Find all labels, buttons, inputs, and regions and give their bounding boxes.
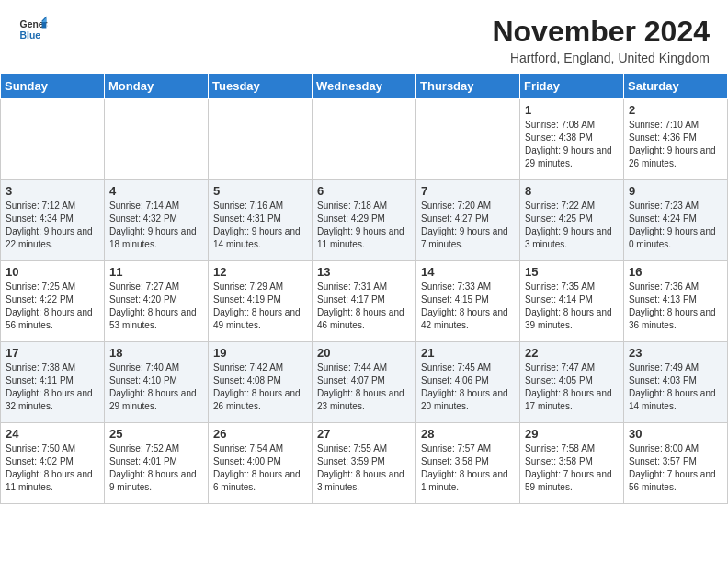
page-header: General Blue November 2024 Hartford, Eng…: [0, 0, 728, 73]
day-info: Sunrise: 7:20 AMSunset: 4:27 PMDaylight:…: [421, 200, 515, 251]
day-number: 17: [6, 346, 99, 360]
calendar-cell: 29Sunrise: 7:58 AMSunset: 3:58 PMDayligh…: [520, 423, 624, 504]
day-number: 23: [629, 346, 722, 360]
location: Hartford, England, United Kingdom: [492, 51, 710, 65]
day-number: 13: [317, 265, 411, 279]
day-number: 28: [421, 427, 515, 441]
day-info: Sunrise: 7:44 AMSunset: 4:07 PMDaylight:…: [317, 362, 411, 413]
day-info: Sunrise: 7:42 AMSunset: 4:08 PMDaylight:…: [213, 362, 307, 413]
day-number: 18: [109, 346, 203, 360]
calendar-cell: 21Sunrise: 7:45 AMSunset: 4:06 PMDayligh…: [416, 342, 520, 423]
calendar-cell: [313, 99, 416, 180]
calendar-cell: 23Sunrise: 7:49 AMSunset: 4:03 PMDayligh…: [624, 342, 728, 423]
day-number: 11: [109, 265, 203, 279]
calendar-cell: 12Sunrise: 7:29 AMSunset: 4:19 PMDayligh…: [209, 261, 313, 342]
calendar-cell: 20Sunrise: 7:44 AMSunset: 4:07 PMDayligh…: [313, 342, 416, 423]
day-info: Sunrise: 7:55 AMSunset: 3:59 PMDaylight:…: [317, 442, 411, 494]
calendar-cell: 19Sunrise: 7:42 AMSunset: 4:08 PMDayligh…: [209, 342, 313, 423]
day-info: Sunrise: 7:23 AMSunset: 4:24 PMDaylight:…: [629, 200, 722, 251]
day-number: 14: [421, 265, 515, 279]
day-info: Sunrise: 7:29 AMSunset: 4:19 PMDaylight:…: [213, 281, 307, 332]
day-info: Sunrise: 7:45 AMSunset: 4:06 PMDaylight:…: [421, 362, 515, 413]
calendar-cell: 8Sunrise: 7:22 AMSunset: 4:25 PMDaylight…: [520, 180, 624, 261]
calendar-cell: 10Sunrise: 7:25 AMSunset: 4:22 PMDayligh…: [1, 261, 105, 342]
col-friday: Friday: [520, 74, 624, 99]
calendar-cell: [416, 99, 520, 180]
day-number: 27: [317, 427, 411, 441]
day-info: Sunrise: 7:40 AMSunset: 4:10 PMDaylight:…: [109, 362, 203, 413]
day-number: 16: [629, 265, 722, 279]
calendar-cell: 26Sunrise: 7:54 AMSunset: 4:00 PMDayligh…: [209, 423, 313, 504]
col-wednesday: Wednesday: [313, 74, 416, 99]
day-info: Sunrise: 7:57 AMSunset: 3:58 PMDaylight:…: [421, 442, 515, 494]
day-number: 12: [213, 265, 307, 279]
calendar-cell: 25Sunrise: 7:52 AMSunset: 4:01 PMDayligh…: [105, 423, 209, 504]
day-info: Sunrise: 7:47 AMSunset: 4:05 PMDaylight:…: [525, 362, 619, 413]
day-number: 15: [525, 265, 619, 279]
day-number: 6: [317, 184, 411, 198]
calendar-cell: 30Sunrise: 8:00 AMSunset: 3:57 PMDayligh…: [624, 423, 728, 504]
calendar-cell: [209, 99, 313, 180]
logo-icon: General Blue: [18, 15, 48, 44]
day-info: Sunrise: 7:52 AMSunset: 4:01 PMDaylight:…: [109, 442, 203, 494]
day-info: Sunrise: 7:33 AMSunset: 4:15 PMDaylight:…: [421, 281, 515, 332]
day-info: Sunrise: 7:49 AMSunset: 4:03 PMDaylight:…: [629, 362, 722, 413]
calendar-cell: 14Sunrise: 7:33 AMSunset: 4:15 PMDayligh…: [416, 261, 520, 342]
day-number: 30: [629, 427, 722, 441]
calendar-cell: 16Sunrise: 7:36 AMSunset: 4:13 PMDayligh…: [624, 261, 728, 342]
calendar-cell: [1, 99, 105, 180]
day-info: Sunrise: 7:31 AMSunset: 4:17 PMDaylight:…: [317, 281, 411, 332]
calendar-week-row: 17Sunrise: 7:38 AMSunset: 4:11 PMDayligh…: [1, 342, 728, 423]
day-info: Sunrise: 8:00 AMSunset: 3:57 PMDaylight:…: [629, 442, 722, 494]
calendar-header-row: Sunday Monday Tuesday Wednesday Thursday…: [1, 74, 728, 99]
day-number: 25: [109, 427, 203, 441]
calendar-cell: 9Sunrise: 7:23 AMSunset: 4:24 PMDaylight…: [624, 180, 728, 261]
calendar-cell: 24Sunrise: 7:50 AMSunset: 4:02 PMDayligh…: [1, 423, 105, 504]
day-number: 5: [213, 184, 307, 198]
col-saturday: Saturday: [624, 74, 728, 99]
day-info: Sunrise: 7:25 AMSunset: 4:22 PMDaylight:…: [6, 281, 99, 332]
day-info: Sunrise: 7:22 AMSunset: 4:25 PMDaylight:…: [525, 200, 619, 251]
calendar-cell: 27Sunrise: 7:55 AMSunset: 3:59 PMDayligh…: [313, 423, 416, 504]
day-info: Sunrise: 7:12 AMSunset: 4:34 PMDaylight:…: [6, 200, 99, 251]
col-monday: Monday: [105, 74, 209, 99]
calendar-cell: 3Sunrise: 7:12 AMSunset: 4:34 PMDaylight…: [1, 180, 105, 261]
calendar-cell: 7Sunrise: 7:20 AMSunset: 4:27 PMDaylight…: [416, 180, 520, 261]
calendar-cell: 22Sunrise: 7:47 AMSunset: 4:05 PMDayligh…: [520, 342, 624, 423]
calendar-cell: 15Sunrise: 7:35 AMSunset: 4:14 PMDayligh…: [520, 261, 624, 342]
col-sunday: Sunday: [1, 74, 105, 99]
day-number: 26: [213, 427, 307, 441]
calendar-cell: 5Sunrise: 7:16 AMSunset: 4:31 PMDaylight…: [209, 180, 313, 261]
day-number: 2: [629, 103, 722, 117]
day-number: 21: [421, 346, 515, 360]
col-tuesday: Tuesday: [209, 74, 313, 99]
title-block: November 2024 Hartford, England, United …: [492, 15, 710, 65]
day-number: 24: [6, 427, 99, 441]
day-info: Sunrise: 7:54 AMSunset: 4:00 PMDaylight:…: [213, 442, 307, 494]
day-info: Sunrise: 7:50 AMSunset: 4:02 PMDaylight:…: [6, 442, 99, 494]
calendar-cell: 6Sunrise: 7:18 AMSunset: 4:29 PMDaylight…: [313, 180, 416, 261]
day-info: Sunrise: 7:16 AMSunset: 4:31 PMDaylight:…: [213, 200, 307, 251]
day-info: Sunrise: 7:14 AMSunset: 4:32 PMDaylight:…: [109, 200, 203, 251]
calendar-week-row: 3Sunrise: 7:12 AMSunset: 4:34 PMDaylight…: [1, 180, 728, 261]
calendar-cell: 28Sunrise: 7:57 AMSunset: 3:58 PMDayligh…: [416, 423, 520, 504]
calendar-cell: 18Sunrise: 7:40 AMSunset: 4:10 PMDayligh…: [105, 342, 209, 423]
day-info: Sunrise: 7:58 AMSunset: 3:58 PMDaylight:…: [525, 442, 619, 494]
day-info: Sunrise: 7:38 AMSunset: 4:11 PMDaylight:…: [6, 362, 99, 413]
day-number: 20: [317, 346, 411, 360]
calendar-week-row: 1Sunrise: 7:08 AMSunset: 4:38 PMDaylight…: [1, 99, 728, 180]
logo: General Blue: [18, 15, 48, 44]
day-number: 7: [421, 184, 515, 198]
day-number: 9: [629, 184, 722, 198]
day-info: Sunrise: 7:08 AMSunset: 4:38 PMDaylight:…: [525, 119, 619, 170]
calendar-week-row: 10Sunrise: 7:25 AMSunset: 4:22 PMDayligh…: [1, 261, 728, 342]
day-number: 29: [525, 427, 619, 441]
day-number: 8: [525, 184, 619, 198]
calendar-week-row: 24Sunrise: 7:50 AMSunset: 4:02 PMDayligh…: [1, 423, 728, 504]
day-number: 3: [6, 184, 99, 198]
day-number: 22: [525, 346, 619, 360]
calendar-cell: 11Sunrise: 7:27 AMSunset: 4:20 PMDayligh…: [105, 261, 209, 342]
calendar-cell: 2Sunrise: 7:10 AMSunset: 4:36 PMDaylight…: [624, 99, 728, 180]
month-year: November 2024: [492, 15, 710, 49]
calendar-cell: 17Sunrise: 7:38 AMSunset: 4:11 PMDayligh…: [1, 342, 105, 423]
